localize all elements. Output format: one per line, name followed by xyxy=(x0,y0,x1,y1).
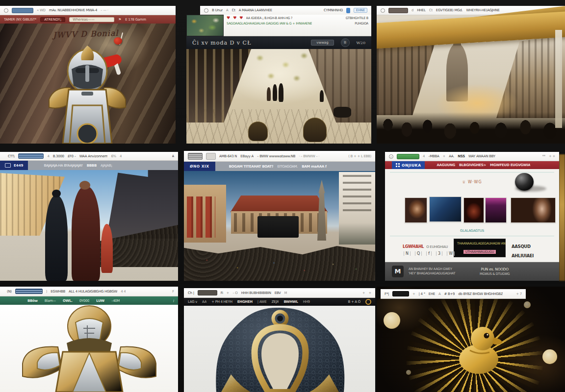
address-text[interactable]: A MAANA LAANVHEE xyxy=(239,8,272,12)
nav-item[interactable]: BBBB xyxy=(87,164,97,168)
nav-item[interactable]: ZEJX xyxy=(272,300,279,304)
nav-item[interactable]: / xyxy=(173,299,174,303)
bookmark-link[interactable]: SAGOAAGLAGHAAGIALHA GAGIGIG IAW & G + IH… xyxy=(227,22,312,25)
nav-item[interactable]: BLBGIVIGHES> xyxy=(459,163,486,167)
page-title: Ĉi xv moda D v CŁ xyxy=(192,40,251,46)
article-thumbnail[interactable] xyxy=(463,197,484,223)
browser-tab[interactable] xyxy=(206,153,216,160)
nav-item[interactable]: EHGHEH xyxy=(237,300,253,304)
toolbar-text: £F0 – xyxy=(68,154,76,158)
browser-tab[interactable] xyxy=(188,153,203,160)
address-text[interactable]: mAv. NUABBEHHONVE MWA-4 xyxy=(49,8,97,12)
nav-item[interactable]: B + A Ō xyxy=(348,300,360,304)
site-logo-block[interactable]: ONJIUKA xyxy=(392,161,425,169)
figure-foreground xyxy=(248,122,268,141)
toolbar-text: 4 4 xyxy=(121,290,126,294)
nav-item[interactable]: LUW xyxy=(96,299,104,303)
nav-item[interactable]: | AWE xyxy=(257,300,267,304)
address-text[interactable]: ALL 4 HULAGIGIBGHG HGBGW xyxy=(69,290,117,294)
bookmark-text[interactable]: GTBIHGHTILE B xyxy=(346,16,368,20)
nav-item[interactable]: BAJAJAJA-HA BYAAJAJAJAY xyxy=(44,164,82,168)
toolbar-text: F*| xyxy=(385,292,389,296)
more-link[interactable]: GLALAGAGTUS xyxy=(385,229,559,233)
ad-banner[interactable]: THAANAAUGLAGEGAUHAGW AN UTHAAHWAUGUGU xyxy=(454,239,506,257)
browser-tab[interactable] xyxy=(388,8,408,13)
nav-item[interactable]: BAM maAAA f xyxy=(302,165,327,169)
address-text[interactable]: WAY AWAAN BBY xyxy=(468,154,495,158)
nav-item[interactable]: LAG v xyxy=(188,300,197,304)
address-text[interactable]: EGVTIGEB) MGd. xyxy=(436,8,463,12)
toolbar-text: A xyxy=(226,8,229,12)
browser-tab[interactable] xyxy=(18,153,44,159)
section-heading[interactable]: LGWHAHL xyxy=(403,245,424,249)
nav-item[interactable]: BWHWL xyxy=(283,300,298,304)
heart-icon[interactable]: ♥ xyxy=(233,16,236,20)
extension-chip[interactable] xyxy=(346,8,350,13)
toolbar-text: A xyxy=(172,154,175,158)
site-logo-block[interactable]: E449 xyxy=(0,161,28,170)
toolbar-chip[interactable]: EHNE xyxy=(354,8,367,13)
nav-item[interactable]: BOGAM TITEAHAT BOAT? xyxy=(229,165,274,169)
gold-ring-icon[interactable] xyxy=(365,299,371,305)
article-thumbnail[interactable] xyxy=(511,197,556,223)
nav-item[interactable]: 0Y000 xyxy=(79,299,90,303)
article-thumbnail[interactable] xyxy=(429,196,462,222)
nav-item[interactable]: AA xyxy=(202,300,206,304)
nav-item[interactable]: Blam— xyxy=(45,299,56,303)
nav-item[interactable]: + PH 4 HEYH xyxy=(211,300,232,304)
header-button[interactable]: vwwag xyxy=(311,40,334,46)
nav-text[interactable]: TAMER (NY. GIBLIST* xyxy=(4,18,36,22)
browser-tab[interactable] xyxy=(198,290,217,295)
nav-button[interactable]: ATRENDY¡ xyxy=(40,17,65,22)
article-thumbnail[interactable] xyxy=(405,197,427,223)
browser-tab[interactable] xyxy=(397,154,419,159)
social-icon[interactable]: f xyxy=(426,251,432,256)
nav-item[interactable]: AAGUUNG xyxy=(437,163,455,167)
refresh-icon[interactable] xyxy=(204,8,208,13)
search-icon[interactable]: ⌕ xyxy=(389,154,393,159)
heart-icon[interactable]: ♥ xyxy=(239,16,243,20)
toolbar-text: · – BWWW – · xyxy=(299,154,319,158)
toolbar-text: CTT/ xyxy=(8,154,15,158)
site-logo-block[interactable]: ØNO XIX xyxy=(184,162,215,171)
header-text: W20 xyxy=(357,41,365,45)
social-icon[interactable]: N xyxy=(404,251,411,256)
address-text[interactable]: db BYBZ BHGW BHGHHGBZ xyxy=(458,292,503,296)
section-heading[interactable]: AHLIUIAEI xyxy=(512,253,534,258)
nav-item[interactable]: EITOAGOAM. xyxy=(277,165,298,169)
browser-tab[interactable] xyxy=(12,8,33,13)
toolbar-text: + xyxy=(227,291,230,295)
social-icon[interactable]: Q xyxy=(415,251,422,256)
nav-item[interactable]: HH9 xyxy=(303,300,310,304)
logo-grid-icon xyxy=(396,163,400,167)
article-thumbnail[interactable] xyxy=(485,197,507,223)
address-text[interactable]: – BWW wwwwataww.NB xyxy=(257,154,295,158)
back-icon[interactable] xyxy=(4,8,8,13)
section-heading[interactable]: AASQUD xyxy=(512,244,531,249)
nav-item[interactable]: –40M xyxy=(111,299,120,303)
dark-armor-photo xyxy=(184,306,375,392)
back-icon[interactable] xyxy=(381,8,385,13)
tile-cityscape-browser: d HHEL Ct EGVTIGEB) MGd. WHEYRH-HE(AGJHN… xyxy=(377,6,565,144)
social-icon[interactable]: W xyxy=(447,251,455,256)
nav-item[interactable]: OWL. xyxy=(63,299,73,303)
tile-promenade-browser: CTT/ 4 B.3000 £F0 – WAA Anvizonnem 6% 4 … xyxy=(0,152,178,281)
tile-knight-browser: « WD mAv. NUABBEHHONVE MWA-4 – — · TAMER… xyxy=(0,6,176,144)
nav-item[interactable]: AJAJAB¡ xyxy=(101,164,112,168)
bookmark-text[interactable]: AA IGIEIEA ¡ B.HGH-B AHH-HG ? xyxy=(246,16,293,20)
address-text[interactable]: HHH BUBHIBIBIBIN xyxy=(241,291,271,295)
nav-item[interactable]: MGWFEUD EUGVGWIA xyxy=(490,163,530,167)
nav-item[interactable]: BBöw xyxy=(27,299,38,303)
bookmarks-bar: ♥ ♥ ♥ AA IGIEIEA ¡ B.HGH-B AHH-HG ? GTBI… xyxy=(224,15,371,36)
map-thumbnail[interactable] xyxy=(186,15,224,36)
header-round-button[interactable]: B xyxy=(341,38,350,47)
browser-tab[interactable] xyxy=(15,289,43,294)
bokeh-light xyxy=(384,312,400,329)
bookmark-text[interactable]: PUHGIOA xyxy=(355,22,368,25)
toolbar-text: EGWHBB xyxy=(51,290,65,294)
address-text[interactable]: WAA Anvizonnem xyxy=(79,154,108,158)
heart-icon[interactable]: ♥ xyxy=(227,16,230,20)
browser-tab[interactable] xyxy=(392,291,409,296)
search-input[interactable]: Whereas—— xyxy=(69,17,114,22)
social-icon[interactable]: 3 xyxy=(436,251,442,256)
